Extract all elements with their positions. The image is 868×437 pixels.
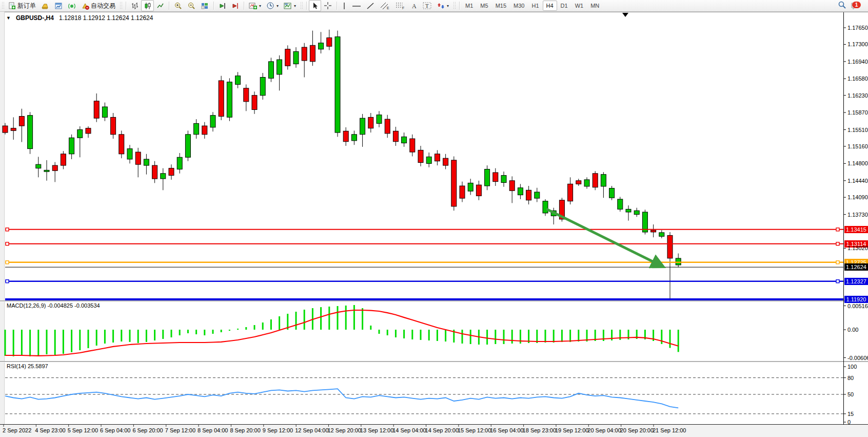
date-label: 2 Sep 2022 bbox=[3, 427, 31, 433]
date-label: 15 Sep 12:00 bbox=[458, 427, 491, 433]
date-label: 13 Sep 12:00 bbox=[360, 427, 393, 433]
date-label: 20 Sep 20:00 bbox=[620, 427, 654, 433]
chart-title-symbol: GBPUSD-,H4 bbox=[16, 14, 54, 22]
rsi-tick-label: 80 bbox=[847, 375, 854, 381]
macd-indicator bbox=[5, 305, 678, 356]
chart-title-ohlc: 1.12818 1.12912 1.12624 1.12624 bbox=[59, 14, 153, 22]
rsi-tick-label: 100 bbox=[847, 364, 857, 370]
date-label: 6 Sep 20:00 bbox=[132, 427, 163, 433]
macd-rsi-separator[interactable] bbox=[0, 361, 868, 363]
date-label: 4 Sep 23:00 bbox=[35, 427, 65, 433]
chart-title: ▼ GBPUSD-,H4 1.12818 1.12912 1.12624 1.1… bbox=[6, 14, 153, 22]
price-tick-label: 1.14090 bbox=[847, 194, 868, 200]
date-label: 20 Sep 04:00 bbox=[587, 427, 621, 433]
date-label: 9 Sep 12:00 bbox=[263, 427, 293, 433]
horizontal-lines[interactable] bbox=[5, 228, 843, 299]
price-tick-label: 1.13020 bbox=[847, 245, 868, 251]
main-macd-separator[interactable] bbox=[0, 300, 868, 302]
rsi-tick-label: 50 bbox=[847, 391, 854, 397]
price-line-label: 1.13415 bbox=[844, 226, 868, 233]
price-line-label: 1.12624 bbox=[844, 263, 868, 271]
date-label: 14 Sep 20:00 bbox=[425, 427, 459, 433]
price-tick-label: 1.14440 bbox=[847, 178, 868, 184]
date-label: 5 Sep 12:00 bbox=[68, 427, 98, 433]
date-label: 8 Sep 04:00 bbox=[198, 427, 228, 433]
axes-ticks bbox=[4, 28, 846, 427]
macd-tick-label: -0.006064 bbox=[847, 355, 868, 361]
price-tick-label: 1.16230 bbox=[847, 92, 868, 99]
price-line-label: 1.11920 bbox=[844, 296, 868, 303]
price-tick-label: 1.14800 bbox=[847, 160, 868, 166]
date-label: 6 Sep 04:00 bbox=[100, 427, 130, 433]
rsi-indicator bbox=[5, 378, 843, 414]
price-tick-label: 1.15160 bbox=[847, 143, 868, 149]
date-label: 16 Sep 04:00 bbox=[490, 427, 523, 433]
collapse-arrow-icon[interactable]: ▼ bbox=[6, 15, 11, 21]
price-tick-label: 1.15870 bbox=[847, 109, 868, 116]
date-label: 7 Sep 12:00 bbox=[165, 427, 195, 433]
chart-plot-area[interactable] bbox=[0, 0, 868, 437]
price-line-label: 1.12327 bbox=[844, 278, 868, 285]
date-label: 21 Sep 12:00 bbox=[653, 427, 686, 433]
date-label: 12 Sep 20:00 bbox=[328, 427, 361, 433]
mt4-application: 新订单 自动交易 bbox=[0, 0, 868, 437]
date-label: 8 Sep 20:00 bbox=[230, 427, 260, 433]
macd-tick-label: 0.005166 bbox=[847, 303, 868, 309]
macd-pane-label: MACD(12,26,9) -0.004825 -0.003534 bbox=[7, 302, 100, 309]
price-tick-label: 1.16940 bbox=[847, 59, 868, 65]
date-label: 12 Sep 04:00 bbox=[295, 427, 328, 433]
date-label: 14 Sep 04:00 bbox=[392, 427, 426, 433]
price-tick-label: 1.17650 bbox=[847, 25, 868, 31]
price-tick-label: 1.13730 bbox=[847, 212, 868, 218]
rsi-date-separator bbox=[0, 424, 868, 425]
price-tick-label: 1.16580 bbox=[847, 75, 868, 82]
candlesticks bbox=[3, 13, 681, 299]
price-tick-label: 1.17300 bbox=[847, 41, 868, 47]
price-tick-label: 1.15510 bbox=[847, 127, 868, 133]
date-label: 18 Sep 23:00 bbox=[523, 427, 556, 433]
price-axis-line bbox=[843, 12, 844, 425]
rsi-tick-label: 15 bbox=[847, 411, 854, 417]
rsi-tick-label: 0 bbox=[847, 419, 851, 425]
rsi-pane-label: RSI(14) 25.5897 bbox=[7, 363, 48, 369]
macd-tick-label: 0.00 bbox=[847, 327, 858, 333]
date-label: 19 Sep 12:00 bbox=[555, 427, 588, 433]
